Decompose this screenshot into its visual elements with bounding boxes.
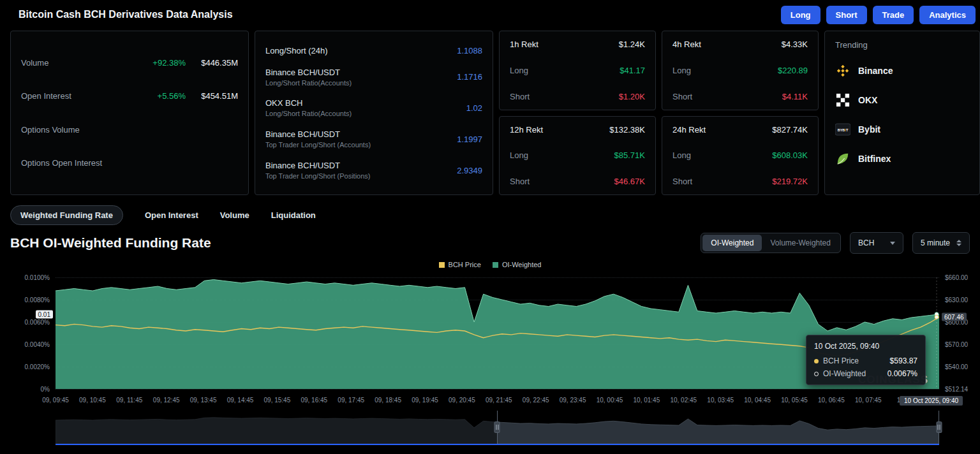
rekt-long-value: $608.03K (772, 150, 808, 160)
symbol-select[interactable]: BCH (850, 232, 903, 254)
tooltip-timestamp: 10 Oct 2025, 09:40 (814, 342, 917, 351)
rekt-card-title: 1h Rekt$1.24K (510, 40, 645, 49)
header: Bitcoin Cash BCH Derivatives Data Analys… (0, 0, 980, 26)
stat-value: $454.51M (196, 91, 238, 101)
x-axis-tick: 09, 23:45 (560, 397, 586, 404)
rekt-long-row: Long$220.89 (672, 66, 808, 75)
x-axis-tick: 10, 01:45 (634, 397, 660, 404)
ratio-labels: OKX BCHLong/Short Ratio(Accounts) (265, 98, 352, 117)
long-short-ratios-card: Long/Short (24h)1.1088Binance BCH/USDTLo… (255, 31, 493, 195)
rekt-long-row: Long$85.71K (510, 150, 645, 160)
stat-value: $446.35M (196, 58, 238, 68)
rekt-total-value: $827.74K (772, 125, 808, 135)
trending-item-label: Bybit (858, 124, 880, 135)
x-axis-tick: 09, 20:45 (449, 397, 475, 404)
drag-grip-icon (936, 421, 942, 433)
analytics-button[interactable]: Analytics (919, 6, 976, 24)
rekt-short-label: Short (672, 92, 692, 101)
volume-stats-card: Volume+92.38%$446.35MOpen Interest+5.56%… (10, 31, 249, 195)
interval-stepper-icon (956, 240, 961, 246)
legend-item-oi-weighted[interactable]: OI-Weighted (493, 261, 542, 268)
navigator-right-handle[interactable] (939, 411, 939, 444)
ratio-row: Binance BCH/USDTTop Trader Long/Short (A… (265, 129, 482, 149)
ratio-value: 2.9349 (457, 166, 482, 175)
x-axis-tick: 09, 19:45 (412, 397, 438, 404)
ratio-value: 1.1716 (457, 72, 482, 82)
rekt-card: 1h Rekt$1.24KLong$41.17Short$1.20K (499, 31, 656, 110)
toggle-volume-weighted[interactable]: Volume-Weighted (762, 235, 839, 251)
x-axis-tick: 09, 10:45 (79, 397, 106, 404)
tab-liquidation[interactable]: Liquidation (271, 206, 316, 224)
rekt-card: 12h Rekt$132.38KLong$85.71KShort$46.67K (499, 116, 656, 196)
chevron-down-icon (890, 242, 895, 245)
interval-select[interactable]: 5 minute (912, 232, 970, 254)
tooltip-series-name: OI-Weighted (823, 369, 866, 378)
section-title: BCH OI-Weighted Funding Rate (10, 235, 211, 251)
page-title: Bitcoin Cash BCH Derivatives Data Analys… (19, 9, 233, 20)
legend-swatch (439, 262, 445, 268)
navigator-left-handle[interactable] (497, 411, 498, 444)
tab-volume[interactable]: Volume (220, 206, 249, 224)
legend-item-bch-price[interactable]: BCH Price (439, 261, 481, 268)
trending-item-okx[interactable]: OKX (835, 85, 969, 115)
trending-item-bybit[interactable]: BYBITBybit (835, 115, 969, 144)
y-axis-tick-right: $630.00 (945, 297, 968, 304)
crosshair-time-badge: 10 Oct 2025, 09:40 (900, 396, 963, 406)
stat-label: Options Open Interest (21, 158, 102, 168)
rekt-card-title: 4h Rekt$4.33K (672, 40, 808, 49)
rekt-total-value: $4.33K (782, 40, 808, 49)
legend-label: BCH Price (449, 261, 481, 268)
x-axis-tick: 10, 02:45 (670, 397, 697, 404)
rekt-short-value: $1.20K (619, 92, 645, 101)
rekt-long-label: Long (510, 150, 528, 160)
tooltip-series-name: BCH Price (823, 356, 859, 365)
y-axis-tick-left: 0.0080% (25, 297, 50, 304)
toggle-oi-weighted[interactable]: OI-Weighted (702, 235, 762, 251)
rekt-short-value: $219.72K (772, 177, 808, 186)
ratio-label: Long/Short (24h) (265, 46, 328, 55)
chart-legend: BCH PriceOI-Weighted (0, 258, 980, 272)
trending-list: BinanceOKXBYBITBybitBitfinex (835, 56, 969, 173)
trade-button[interactable]: Trade (873, 6, 914, 24)
short-button[interactable]: Short (826, 6, 867, 24)
x-axis-tick: 10, 06:45 (818, 397, 845, 404)
trending-item-bitfinex[interactable]: Bitfinex (835, 144, 969, 173)
navigator-unselected-mask (56, 411, 498, 444)
legend-swatch (493, 262, 498, 268)
rekt-column-2: 4h Rekt$4.33KLong$220.89Short$4.11K24h R… (662, 31, 819, 195)
chart-plot-area[interactable]: 0.0100%$660.000.0080%$630.000.0060%$600.… (56, 273, 939, 394)
rekt-long-label: Long (672, 150, 691, 160)
legend-label: OI-Weighted (502, 261, 542, 268)
ratio-value: 1.1088 (457, 46, 482, 55)
rekt-long-label: Long (672, 66, 691, 75)
y-axis-tick-right: $570.00 (945, 341, 968, 348)
rekt-title-label: 1h Rekt (510, 40, 538, 49)
x-axis-tick: 10, 03:45 (707, 397, 734, 404)
tab-open-interest[interactable]: Open Interest (145, 206, 198, 224)
drag-grip-icon (494, 421, 500, 433)
rekt-short-label: Short (510, 177, 530, 186)
trending-card: Trending BinanceOKXBYBITBybitBitfinex (824, 31, 980, 195)
funding-rate-chart: BCH PriceOI-Weighted 0.0100%$660.000.008… (0, 258, 980, 445)
x-axis-tick: 09, 17:45 (338, 397, 364, 404)
rekt-column-1: 1h Rekt$1.24KLong$41.17Short$1.20K12h Re… (499, 31, 656, 195)
stat-label: Open Interest (21, 91, 71, 101)
y-axis-tick-left: 0.0060% (25, 319, 50, 326)
stat-row: Volume+92.38%$446.35M (21, 58, 238, 68)
y-axis-tick-right: $660.00 (945, 274, 968, 281)
trending-item-binance[interactable]: Binance (835, 56, 969, 85)
x-axis-tick: 09, 21:45 (486, 397, 512, 404)
chart-range-navigator[interactable] (56, 411, 939, 445)
rekt-card-title: 24h Rekt$827.74K (672, 125, 808, 135)
stat-row: Options Open Interest (21, 158, 238, 168)
tab-weighted-funding-rate[interactable]: Weighted Funding Rate (10, 205, 123, 225)
stat-change: +92.38% (149, 58, 186, 68)
long-button[interactable]: Long (781, 6, 820, 24)
x-axis-tick: 10, 07:45 (855, 397, 882, 404)
ratio-sublabel: Long/Short Ratio(Accounts) (265, 110, 352, 117)
rekt-short-value: $46.67K (614, 177, 645, 186)
ratio-sublabel: Top Trader Long/Short (Accounts) (265, 141, 371, 149)
x-axis-tick: 09, 14:45 (227, 397, 254, 404)
stat-row: Options Volume (21, 125, 238, 135)
ratio-label: Binance BCH/USDT (265, 68, 352, 77)
